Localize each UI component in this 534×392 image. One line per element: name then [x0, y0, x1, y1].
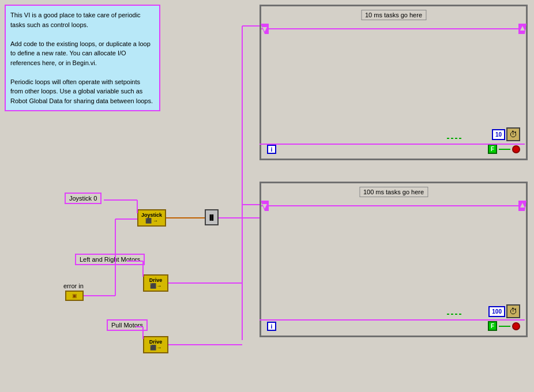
f-label-100: F: [488, 321, 497, 331]
joystick-label: Joystick 0: [65, 193, 101, 204]
loop-10ms-right-arrow: [518, 24, 527, 34]
loop-10ms-stop: F: [488, 144, 520, 154]
stop-circle-100: [512, 322, 520, 330]
pull-motors-label: Pull Motors: [107, 319, 148, 331]
joystick-vi-block[interactable]: Joystick ⬛ →: [137, 209, 166, 227]
loop-10ms-label: 10 ms tasks go here: [361, 10, 426, 20]
loop-100ms-left-arrow: [261, 201, 269, 211]
loop-100ms-stop: F: [488, 321, 520, 331]
drive-vi-block-1[interactable]: Drive ⬛→: [143, 274, 168, 292]
loop-100ms-info[interactable]: i: [267, 322, 276, 331]
error-in-label: error in: [63, 282, 84, 289]
loop-10ms-left-arrow: [261, 24, 269, 34]
info-box-text: This VI is a good place to take care of …: [10, 12, 153, 104]
merge-block: ▐▌: [205, 209, 219, 225]
timer-10-icon: ⏱: [506, 127, 520, 141]
timer-100-value: 100: [488, 306, 505, 317]
motors-label: Left and Right Motors: [75, 254, 145, 265]
stop-wire-10: [499, 149, 510, 150]
loop-100ms-label: 100 ms tasks go here: [359, 187, 428, 197]
joystick-vi-label: Joystick: [141, 212, 162, 218]
drive-vi-block-2[interactable]: Drive ⬛→: [143, 336, 168, 353]
loop-100ms-right-arrow: [518, 201, 527, 211]
loop-10ms-timer: 10 ⏱: [492, 127, 520, 141]
timer-100-icon: ⏱: [506, 304, 520, 318]
loop-10ms-info[interactable]: i: [267, 145, 276, 154]
info-box: This VI is a good place to take care of …: [5, 5, 160, 111]
stop-circle-10: [512, 145, 520, 153]
loop-100ms-timer: 100 ⏱: [488, 304, 520, 318]
drive-vi-2-label: Drive: [149, 339, 163, 345]
stop-wire-100: [499, 326, 510, 327]
loop-100ms: 100 ms tasks go here i 100 ⏱ F: [260, 182, 528, 337]
error-in-block: ▣: [65, 291, 84, 301]
f-label-10: F: [488, 144, 497, 154]
drive-vi-1-label: Drive: [149, 277, 163, 283]
timer-10-value: 10: [492, 129, 505, 140]
loop-10ms: 10 ms tasks go here i 10 ⏱ F: [260, 5, 528, 160]
